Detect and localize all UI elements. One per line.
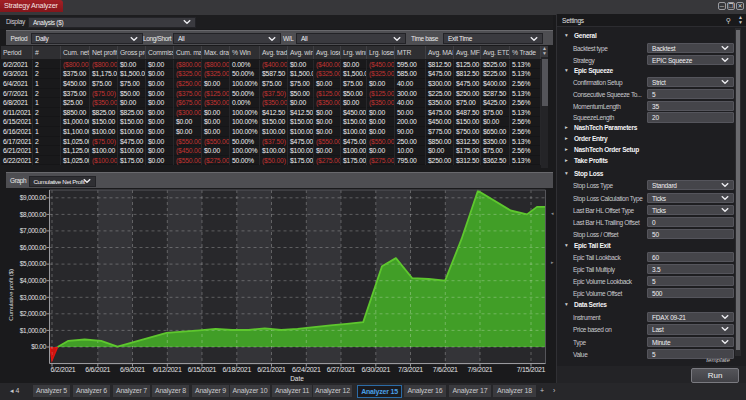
svg-text:7/6/2021: 7/6/2021	[433, 366, 458, 373]
svg-text:$3,000.00: $3,000.00	[20, 294, 47, 301]
svg-text:7/9/2021: 7/9/2021	[468, 366, 493, 373]
svg-text:$2,000.00: $2,000.00	[20, 310, 47, 317]
svg-text:$7,000.00: $7,000.00	[20, 227, 47, 234]
svg-text:6/15/2021: 6/15/2021	[188, 366, 217, 373]
svg-text:$4,000.00: $4,000.00	[20, 277, 47, 284]
svg-text:7/15/2021: 7/15/2021	[517, 366, 546, 373]
svg-text:6/24/2021: 6/24/2021	[292, 366, 321, 373]
svg-text:$9,000.00: $9,000.00	[20, 194, 47, 201]
svg-text:6/30/2021: 6/30/2021	[362, 366, 391, 373]
svg-text:6/12/2021: 6/12/2021	[153, 366, 182, 373]
svg-text:6/27/2021: 6/27/2021	[327, 366, 356, 373]
svg-text:$6,000.00: $6,000.00	[20, 244, 47, 251]
svg-text:6/6/2021: 6/6/2021	[85, 366, 110, 373]
svg-text:$0.00: $0.00	[31, 343, 46, 350]
svg-text:6/21/2021: 6/21/2021	[257, 366, 286, 373]
svg-text:$5,000.00: $5,000.00	[20, 260, 47, 267]
svg-text:$1,000.00: $1,000.00	[20, 327, 47, 334]
svg-text:Date: Date	[290, 375, 304, 382]
svg-text:7/3/2021: 7/3/2021	[398, 366, 423, 373]
svg-text:6/18/2021: 6/18/2021	[223, 366, 252, 373]
svg-text:Cumulative profit ($): Cumulative profit ($)	[7, 269, 14, 321]
svg-text:6/9/2021: 6/9/2021	[120, 366, 145, 373]
svg-text:$8,000.00: $8,000.00	[20, 211, 47, 218]
svg-text:6/2/2021: 6/2/2021	[51, 366, 76, 373]
